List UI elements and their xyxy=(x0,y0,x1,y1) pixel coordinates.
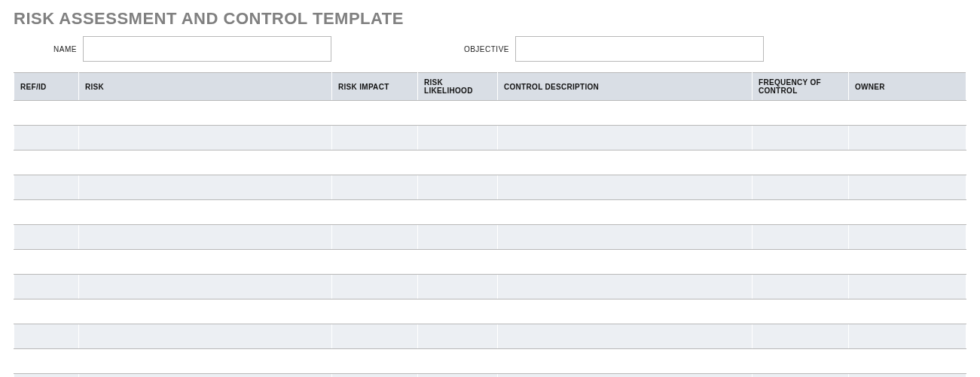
cell-risk[interactable] xyxy=(79,299,332,324)
cell-control[interactable] xyxy=(498,349,753,374)
cell-likelihood[interactable] xyxy=(418,275,498,299)
cell-risk[interactable] xyxy=(79,200,332,225)
cell-ref[interactable] xyxy=(14,374,79,378)
cell-frequency[interactable] xyxy=(753,175,849,200)
cell-risk[interactable] xyxy=(79,101,332,126)
cell-ref[interactable] xyxy=(14,200,79,225)
cell-ref[interactable] xyxy=(14,150,79,175)
cell-control[interactable] xyxy=(498,126,753,150)
cell-ref[interactable] xyxy=(14,299,79,324)
cell-ref[interactable] xyxy=(14,324,79,349)
cell-risk[interactable] xyxy=(79,349,332,374)
cell-frequency[interactable] xyxy=(753,324,849,349)
cell-frequency[interactable] xyxy=(753,200,849,225)
cell-frequency[interactable] xyxy=(753,150,849,175)
cell-risk[interactable] xyxy=(79,324,332,349)
cell-owner[interactable] xyxy=(849,126,966,150)
cell-impact[interactable] xyxy=(332,126,418,150)
cell-control[interactable] xyxy=(498,250,753,275)
objective-field[interactable] xyxy=(515,36,764,62)
cell-impact[interactable] xyxy=(332,225,418,250)
cell-impact[interactable] xyxy=(332,175,418,200)
cell-owner[interactable] xyxy=(849,324,966,349)
cell-frequency[interactable] xyxy=(753,101,849,126)
cell-owner[interactable] xyxy=(849,275,966,299)
cell-owner[interactable] xyxy=(849,250,966,275)
cell-control[interactable] xyxy=(498,200,753,225)
cell-ref[interactable] xyxy=(14,101,79,126)
cell-impact[interactable] xyxy=(332,275,418,299)
name-field[interactable] xyxy=(83,36,331,62)
cell-ref[interactable] xyxy=(14,126,79,150)
col-header-frequency: FREQUENCY OF CONTROL xyxy=(753,73,849,101)
cell-likelihood[interactable] xyxy=(418,126,498,150)
cell-impact[interactable] xyxy=(332,299,418,324)
cell-owner[interactable] xyxy=(849,349,966,374)
cell-owner[interactable] xyxy=(849,299,966,324)
page-title: RISK ASSESSMENT AND CONTROL TEMPLATE xyxy=(14,9,966,29)
cell-control[interactable] xyxy=(498,225,753,250)
cell-owner[interactable] xyxy=(849,225,966,250)
cell-ref[interactable] xyxy=(14,175,79,200)
cell-impact[interactable] xyxy=(332,324,418,349)
cell-impact[interactable] xyxy=(332,200,418,225)
cell-likelihood[interactable] xyxy=(418,175,498,200)
cell-likelihood[interactable] xyxy=(418,101,498,126)
cell-frequency[interactable] xyxy=(753,349,849,374)
cell-frequency[interactable] xyxy=(753,374,849,378)
cell-likelihood[interactable] xyxy=(418,349,498,374)
cell-likelihood[interactable] xyxy=(418,324,498,349)
cell-likelihood[interactable] xyxy=(418,250,498,275)
table-row xyxy=(14,349,966,374)
cell-impact[interactable] xyxy=(332,374,418,378)
table-row xyxy=(14,324,966,349)
cell-owner[interactable] xyxy=(849,101,966,126)
cell-control[interactable] xyxy=(498,374,753,378)
cell-frequency[interactable] xyxy=(753,275,849,299)
cell-likelihood[interactable] xyxy=(418,225,498,250)
cell-ref[interactable] xyxy=(14,349,79,374)
cell-likelihood[interactable] xyxy=(418,374,498,378)
cell-control[interactable] xyxy=(498,324,753,349)
cell-ref[interactable] xyxy=(14,225,79,250)
cell-impact[interactable] xyxy=(332,250,418,275)
cell-impact[interactable] xyxy=(332,150,418,175)
table-row xyxy=(14,225,966,250)
cell-risk[interactable] xyxy=(79,275,332,299)
cell-risk[interactable] xyxy=(79,374,332,378)
cell-frequency[interactable] xyxy=(753,126,849,150)
cell-frequency[interactable] xyxy=(753,225,849,250)
cell-risk[interactable] xyxy=(79,250,332,275)
col-header-owner: OWNER xyxy=(849,73,966,101)
table-row xyxy=(14,101,966,126)
col-header-risk: RISK xyxy=(79,73,332,101)
cell-control[interactable] xyxy=(498,275,753,299)
cell-frequency[interactable] xyxy=(753,250,849,275)
cell-owner[interactable] xyxy=(849,374,966,378)
table-header-row: REF/ID RISK RISK IMPACT RISK LIKELIHOOD … xyxy=(14,73,966,101)
cell-likelihood[interactable] xyxy=(418,299,498,324)
cell-risk[interactable] xyxy=(79,126,332,150)
cell-impact[interactable] xyxy=(332,349,418,374)
cell-control[interactable] xyxy=(498,101,753,126)
cell-risk[interactable] xyxy=(79,225,332,250)
cell-frequency[interactable] xyxy=(753,299,849,324)
table-row xyxy=(14,374,966,378)
cell-ref[interactable] xyxy=(14,275,79,299)
col-header-impact: RISK IMPACT xyxy=(332,73,418,101)
table-row xyxy=(14,200,966,225)
cell-owner[interactable] xyxy=(849,200,966,225)
cell-impact[interactable] xyxy=(332,101,418,126)
cell-owner[interactable] xyxy=(849,150,966,175)
cell-control[interactable] xyxy=(498,299,753,324)
risk-table: REF/ID RISK RISK IMPACT RISK LIKELIHOOD … xyxy=(14,72,966,377)
meta-row: NAME OBJECTIVE xyxy=(14,36,966,62)
cell-ref[interactable] xyxy=(14,250,79,275)
cell-risk[interactable] xyxy=(79,175,332,200)
cell-likelihood[interactable] xyxy=(418,150,498,175)
cell-risk[interactable] xyxy=(79,150,332,175)
cell-likelihood[interactable] xyxy=(418,200,498,225)
cell-owner[interactable] xyxy=(849,175,966,200)
cell-control[interactable] xyxy=(498,150,753,175)
cell-control[interactable] xyxy=(498,175,753,200)
